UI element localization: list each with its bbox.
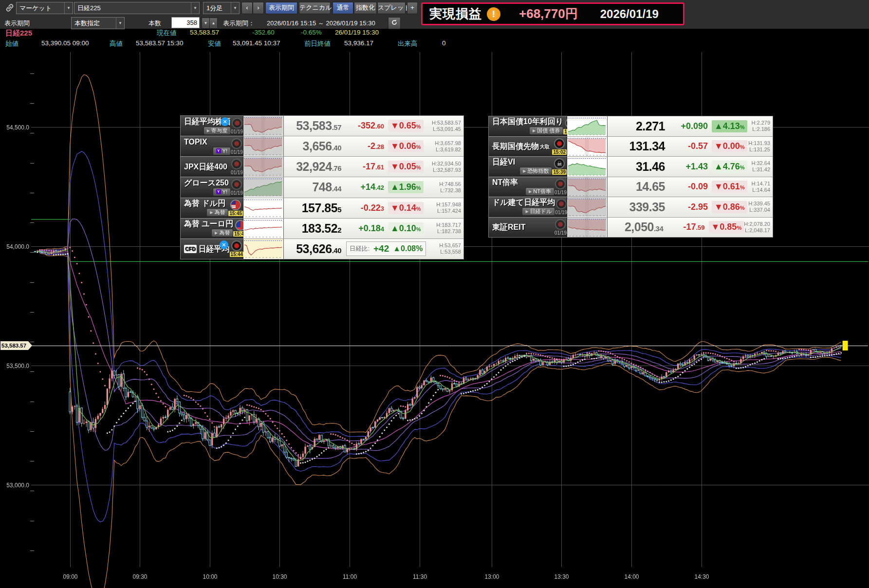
right-panel-row[interactable]: 日本国債10年利回り▶国債 債券15:382.271+0.090▲4.13%H:… bbox=[489, 116, 773, 137]
triangle-right-icon: ▶ bbox=[529, 189, 532, 194]
icon-column: 01/19 bbox=[555, 177, 567, 197]
technical-button[interactable]: テクニカル bbox=[299, 2, 331, 14]
add-button[interactable]: + bbox=[407, 2, 418, 14]
high-low-values: H:339.45L:337.04 bbox=[748, 201, 770, 213]
display-period-button[interactable]: 表示期間 bbox=[265, 2, 297, 14]
mini-chart[interactable] bbox=[567, 218, 608, 238]
count-mode-value: 本数指定 bbox=[72, 19, 116, 28]
sub-link-button[interactable]: ▶日経ドル bbox=[522, 207, 555, 216]
link-icon[interactable] bbox=[5, 3, 15, 13]
left-panel-row[interactable]: 為替 ユーロ円▶為替15:45183.522+0.184▲0.10%H:183.… bbox=[181, 219, 463, 239]
sub-link-button[interactable]: ▶国債 債券 bbox=[529, 127, 563, 135]
right-panel-row[interactable]: 長期国債先物大取15:02131.34-0.57▼0.00%H:131.93L:… bbox=[489, 137, 773, 157]
x-social-icon[interactable]: ✕ bbox=[221, 117, 229, 126]
row-label-cell: 長期国債先物大取15:02 bbox=[489, 137, 567, 157]
high-low-values: H:2.279L:2.186 bbox=[751, 120, 770, 132]
icon-column: 15:44 bbox=[230, 239, 244, 259]
count-decrement-button[interactable]: ▼ bbox=[202, 18, 210, 29]
x-social-icon[interactable]: ✕ bbox=[220, 240, 228, 249]
right-panel-row[interactable]: 東証REIT01/192,050.34-17.59▼0.85%H:2,078.2… bbox=[489, 218, 773, 238]
mini-chart[interactable] bbox=[567, 137, 608, 157]
mini-chart[interactable] bbox=[567, 157, 608, 177]
interval-dropdown[interactable]: 1分足▼ bbox=[203, 2, 240, 14]
reload-button[interactable] bbox=[388, 17, 401, 29]
sub-link-button[interactable]: ▶恐怖指数 bbox=[519, 167, 552, 175]
sub-link-label: NT倍率 bbox=[533, 188, 551, 195]
row-label-cell: JPX日経40001/19 bbox=[181, 157, 243, 177]
mini-chart[interactable] bbox=[243, 177, 284, 197]
range-label: 表示期間 bbox=[4, 19, 30, 28]
row-label-box: TOPIXYY! bbox=[181, 136, 231, 156]
mini-chart[interactable] bbox=[243, 198, 284, 218]
row-label-box: 長期国債先物大取 bbox=[489, 137, 552, 157]
percent-change-badge: ▲4.13% bbox=[712, 120, 747, 132]
left-panel-row[interactable]: グロース250YY!01/19748.44+14.42▲1.96%H:748.5… bbox=[181, 177, 463, 198]
next-button[interactable]: › bbox=[253, 2, 264, 14]
left-panel-row[interactable]: JPX日経40001/1932,924.76-17.61▼0.05%H:32,9… bbox=[181, 157, 463, 177]
high-low-values: H:2,078.20L:2,048.17 bbox=[744, 221, 770, 234]
right-panel-row[interactable]: ドル建て日経平均▶日経ドル01/19339.35-2.95▼0.86%H:339… bbox=[489, 197, 773, 218]
mini-chart[interactable] bbox=[567, 177, 608, 197]
fear-index-icon: ☠ bbox=[554, 158, 565, 169]
high-label: 高値 bbox=[110, 39, 123, 48]
sub-link-button[interactable]: YY! bbox=[213, 188, 231, 196]
symbol-dropdown[interactable]: 日経225▼ bbox=[74, 2, 200, 14]
high-low-values: H:748.56L:732.38 bbox=[439, 181, 461, 194]
trading-app: マーケット▼ 日経225▼ 1分足▼ ‹ › 表示期間 テクニカル 通常 指数化… bbox=[0, 0, 869, 588]
price-change: -0.57 bbox=[665, 141, 708, 151]
flag-left-half bbox=[236, 221, 240, 230]
row-values-cell: 53,583.57-352.60▼0.65%H:53,583.57L:53,09… bbox=[284, 116, 463, 136]
mini-chart[interactable] bbox=[243, 157, 284, 177]
row-values-cell: 3,656.40-2.28▼0.06%H:3,657.98L:3,619.82 bbox=[284, 136, 463, 156]
prev-button[interactable]: ‹ bbox=[241, 2, 253, 14]
right-quote-panel: 日本国債10年利回り▶国債 債券15:382.271+0.090▲4.13%H:… bbox=[488, 116, 773, 238]
row-label-cell: TOPIXYY!01/19 bbox=[181, 136, 243, 156]
right-panel-row[interactable]: NT倍率▶NT倍率01/1914.65-0.09▼0.61%H:14.71L:1… bbox=[489, 177, 773, 198]
sub-link-button[interactable]: ▶NT倍率 bbox=[525, 187, 555, 196]
sub-link-button[interactable]: ▶為替 bbox=[211, 229, 233, 237]
left-panel-row[interactable]: 為替 ドル円▶為替15:45157.855-0.223▼0.14%H:157.9… bbox=[181, 198, 463, 219]
mini-chart[interactable] bbox=[243, 136, 284, 156]
mini-chart[interactable] bbox=[243, 219, 284, 239]
mini-chart[interactable] bbox=[243, 239, 284, 259]
last-price: 2.271 bbox=[608, 119, 665, 133]
mini-chart[interactable] bbox=[243, 116, 284, 136]
sub-link-button[interactable]: ▶寄与度 bbox=[203, 127, 231, 135]
row-label-box: 日経VI▶恐怖指数 bbox=[489, 157, 552, 177]
price-change: -0.223 bbox=[341, 203, 384, 213]
high-value: 53,583.57 15:30 bbox=[136, 39, 184, 47]
normal-mode-button[interactable]: 通常 bbox=[333, 2, 353, 14]
mini-chart[interactable] bbox=[567, 116, 608, 136]
open-value: 53,390.05 09:00 bbox=[41, 39, 89, 47]
left-panel-row[interactable]: 日経平均株価▶寄与度✕01/1953,583.57-352.60▼0.65%H:… bbox=[181, 116, 463, 136]
quote-time: 01/19 bbox=[555, 230, 567, 236]
instrument-label: ドル建て日経平均 bbox=[492, 198, 555, 206]
mini-chart[interactable] bbox=[567, 197, 608, 217]
last-price: 53,626.40 bbox=[284, 242, 341, 256]
percent-change-badge: ▼0.65% bbox=[388, 120, 424, 132]
count-mode-dropdown[interactable]: 本数指定▼ bbox=[71, 17, 125, 29]
sub-link-button[interactable]: ▶為替 bbox=[206, 208, 228, 217]
sub-link-button[interactable]: YY! bbox=[213, 147, 231, 155]
market-dropdown[interactable]: マーケット▼ bbox=[16, 2, 73, 14]
instrument-label: TOPIX bbox=[184, 138, 231, 146]
prev-close-label: 前日終値 bbox=[304, 39, 331, 48]
sub-link-label: 為替 bbox=[214, 209, 225, 216]
period-value: 2026/01/16 15:15 ～ 2026/01/19 15:30 bbox=[267, 19, 375, 28]
last-price: 31.46 bbox=[608, 160, 665, 174]
left-panel-row[interactable]: TOPIXYY!01/193,656.40-2.28▼0.06%H:3,657.… bbox=[181, 136, 463, 157]
row-label-box: 為替 ドル円▶為替 bbox=[181, 198, 228, 218]
japan-market-icon bbox=[231, 179, 242, 190]
high-low-values: H:131.93L:131.25 bbox=[748, 140, 770, 153]
count-input[interactable] bbox=[171, 17, 200, 28]
spread-mode-button[interactable]: スプレッド bbox=[377, 2, 406, 14]
right-panel-row[interactable]: 日経VI▶恐怖指数☠15:3931.46+1.43▲4.76%H:32.64L:… bbox=[489, 157, 773, 177]
row-label-box: 東証REIT bbox=[489, 218, 555, 238]
quote-time: 01/19 bbox=[555, 190, 567, 195]
count-increment-button[interactable]: ▲ bbox=[209, 18, 218, 29]
indexed-mode-button[interactable]: 指数化 bbox=[354, 2, 377, 14]
left-quote-panel: 日経平均株価▶寄与度✕01/1953,583.57-352.60▼0.65%H:… bbox=[180, 115, 464, 259]
left-panel-row[interactable]: CFD日経平均✕15:4453,626.40日経比:+42▲0.08%H:53,… bbox=[181, 239, 463, 259]
triangle-right-icon: ▶ bbox=[210, 210, 213, 215]
warning-icon[interactable]: ! bbox=[487, 7, 500, 21]
